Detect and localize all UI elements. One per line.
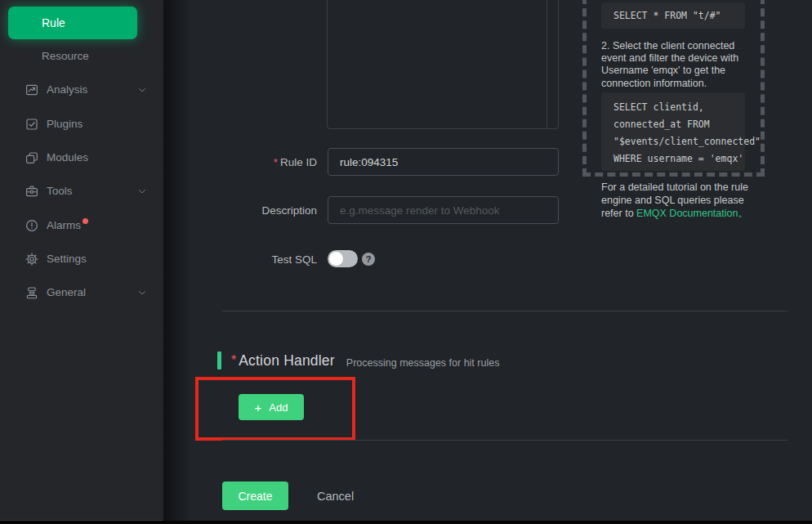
settings-gear-icon [25,252,39,266]
description-label: Description [196,204,317,217]
chevron-down-icon[interactable] [137,85,147,95]
analysis-chart-icon [25,83,39,97]
code-line: WHERE username = 'emqx' [613,150,745,168]
tutorial-footer-text: For a detailed tutorial on the rule engi… [601,181,752,220]
sql-example-1-code: SELECT * FROM "t/#" [601,2,745,29]
footer-period: 。 [738,208,748,219]
general-structure-icon [25,285,39,300]
section-divider-top [222,311,787,311]
sql-example-2-tip: 2. Select the client connected event and… [601,40,752,90]
sidebar-item-tools-label: Tools [47,185,73,197]
chevron-down-icon[interactable] [137,288,147,298]
code-line: SELECT clientid, [613,99,745,116]
sidebar-shadow [163,0,191,524]
emqx-documentation-link[interactable]: EMQX Documentation [636,208,738,219]
action-handler-title: Action Handler [239,352,335,369]
sidebar-item-settings[interactable]: Settings [0,242,163,275]
sql-editor-scrollbar[interactable] [547,0,547,128]
description-input[interactable] [328,196,559,224]
sidebar-item-analysis[interactable]: Analysis [0,73,163,106]
sidebar-item-general[interactable]: General [0,275,163,309]
add-action-button[interactable]: + Add [239,394,304,420]
sidebar-item-modules[interactable]: Modules [0,141,163,174]
sidebar-item-resource[interactable]: Resource [0,39,163,73]
sidebar-item-modules-label: Modules [47,151,88,163]
sidebar: Rule Resource Analysis Plugins Modules [0,0,163,521]
toggle-knob [329,252,343,266]
create-button[interactable]: Create [222,481,288,510]
sidebar-item-settings-label: Settings [47,253,87,265]
chevron-down-icon[interactable] [137,186,147,196]
required-asterisk: * [274,156,278,168]
alarm-exclamation-icon [25,218,39,233]
sidebar-item-alarms-label: Alarms [47,219,81,231]
modules-copy-icon [25,150,39,165]
section-divider-bottom [222,440,787,441]
action-handler-subtitle: Processing messages for hit rules [346,353,500,369]
sidebar-item-analysis-label: Analysis [47,83,87,96]
sidebar-item-rule-label: Rule [42,16,65,29]
sidebar-item-resource-label: Resource [42,50,89,62]
sql-example-2-code: SELECT clientid, connected_at FROM "$eve… [601,92,745,171]
cancel-button[interactable]: Cancel [317,481,354,510]
bottom-edge-strip [0,521,812,524]
sidebar-item-general-label: General [47,286,86,298]
required-asterisk: * [231,353,236,368]
alarm-badge-dot [83,218,88,224]
section-accent-bar [217,352,221,369]
sidebar-item-plugins-label: Plugins [47,118,83,130]
sql-editor[interactable] [327,0,559,129]
emqx-dashboard-rule-create-page: Rule Resource Analysis Plugins Modules [0,0,812,524]
sidebar-item-plugins[interactable]: Plugins [0,107,163,141]
rule-id-input[interactable] [328,148,559,176]
action-handler-header: * Action Handler Processing messages for… [217,350,499,371]
test-sql-toggle[interactable] [328,250,358,267]
code-line: connected_at FROM [613,116,745,133]
rule-id-label: *Rule ID [196,156,317,168]
sidebar-item-rule[interactable]: Rule [8,7,137,39]
test-sql-label: Test SQL [196,253,317,266]
sidebar-item-alarms[interactable]: Alarms [0,208,163,242]
sidebar-item-tools[interactable]: Tools [0,174,163,208]
plus-icon: + [255,401,262,414]
question-help-icon[interactable]: ? [362,253,375,266]
code-line: "$events/client_connected" [613,133,745,150]
tools-toolbox-icon [25,184,39,199]
plugins-checkbox-icon [25,117,39,132]
